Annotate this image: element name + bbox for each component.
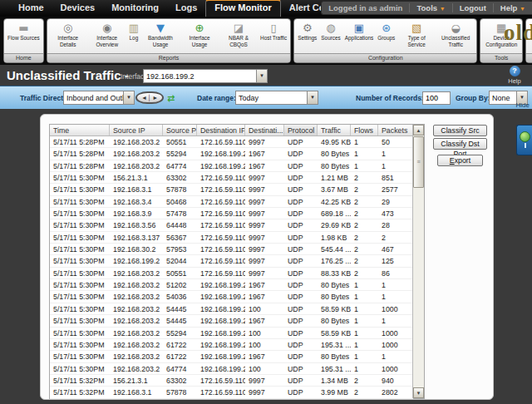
table-cell: 1967 xyxy=(245,315,284,326)
table-cell: 5/17/11 5:30PM xyxy=(50,255,110,266)
ribbon-group-label: Tools xyxy=(480,53,522,62)
scroll-up-icon[interactable]: ▲ xyxy=(413,125,424,135)
table-scrollbar[interactable]: ▲ ▼ xyxy=(412,125,424,398)
table-row[interactable]: 5/17/11 5:28PM192.168.203.250551172.16.5… xyxy=(50,136,413,148)
ribbon-button-applications[interactable]: Applications xyxy=(343,20,375,53)
table-row[interactable]: 5/17/11 5:30PM192.168.3.450468172.16.59.… xyxy=(50,196,413,208)
ribbon-group-label: Administration xyxy=(526,53,532,62)
help-icon[interactable]: ? xyxy=(510,66,520,76)
table-row[interactable]: 5/17/11 5:32PM156.21.3.163302172.16.59.1… xyxy=(50,375,413,387)
table-column-header[interactable]: Flows xyxy=(351,125,378,135)
table-cell: 125 xyxy=(378,255,413,266)
table-row[interactable]: 5/17/11 5:30PM192.168.3.5664448172.16.59… xyxy=(50,219,413,231)
menu-item-flow-monitor[interactable]: Flow Monitor xyxy=(205,0,280,17)
date-range-select[interactable]: Today ▼ xyxy=(235,91,318,105)
table-cell: UDP xyxy=(284,328,318,338)
logout-button[interactable]: Logout xyxy=(452,3,493,12)
classify-dst-port-button[interactable]: Classify Dst Port xyxy=(433,138,487,150)
scroll-down-icon[interactable]: ▼ xyxy=(413,387,424,398)
number-of-records-input[interactable] xyxy=(422,91,451,105)
table-cell: 5/17/11 5:30PM xyxy=(50,351,110,362)
table-row[interactable]: 5/17/11 5:30PM192.168.203.254445192.168.… xyxy=(50,303,413,315)
ribbon-toolbar: Flow Sources Home Interface Details Inte… xyxy=(0,17,532,65)
tools-menu[interactable]: Tools ▼ xyxy=(409,3,451,12)
table-cell: 1967 xyxy=(245,160,284,171)
help-menu[interactable]: Help ▼ xyxy=(493,3,532,12)
table-cell: 192.168.3.9 xyxy=(110,208,163,219)
ribbon-button-host-traffic[interactable]: Host Traffic xyxy=(259,20,288,53)
page-title-bar: Unclassified Traffic - Interface: 192.16… xyxy=(0,65,532,86)
table-column-header[interactable]: Time xyxy=(50,125,110,135)
ribbon-button-log[interactable]: Log xyxy=(127,20,140,53)
table-column-header[interactable]: Destinati... xyxy=(245,125,284,135)
table-cell: 61722 xyxy=(163,351,197,362)
table-cell: 172.16.59.110 xyxy=(197,196,245,207)
table-column-header[interactable]: Destination IP xyxy=(197,125,245,135)
table-row[interactable]: 5/17/11 5:30PM192.168.203.261722192.168.… xyxy=(50,351,413,362)
table-cell: 192.168.199.2 xyxy=(197,148,245,159)
scrollbar-thumb[interactable] xyxy=(413,136,424,188)
table-row[interactable]: 5/17/11 5:30PM192.168.203.261722192.168.… xyxy=(50,339,413,351)
table-row[interactable]: 5/17/11 5:30PM192.168.199.252044172.16.5… xyxy=(50,255,413,267)
table-cell: 1 xyxy=(351,160,378,171)
dock-globe-button[interactable] xyxy=(516,125,532,155)
table-cell: 54445 xyxy=(163,303,197,314)
table-column-header[interactable]: Traffic xyxy=(318,125,351,135)
table-cell: 5/17/11 5:28PM xyxy=(50,160,110,171)
table-cell: 192.168.199.2 xyxy=(197,351,245,362)
table-row[interactable]: 5/17/11 5:28PM192.168.203.255294192.168.… xyxy=(50,148,413,160)
groups-icon xyxy=(382,21,391,35)
export-button[interactable]: Export xyxy=(437,155,483,166)
menu-item-logs[interactable]: Logs xyxy=(167,0,205,17)
table-row[interactable]: 5/17/11 5:30PM192.168.203.251202192.168.… xyxy=(50,279,413,291)
table-cell: 64448 xyxy=(163,219,197,230)
ribbon-button-groups[interactable]: Groups xyxy=(376,20,397,53)
table-column-header[interactable]: Protocol xyxy=(284,125,318,135)
ribbon-button-settings[interactable]: Settings xyxy=(296,20,318,53)
table-cell: 5/17/11 5:30PM xyxy=(50,232,110,243)
table-cell: UDP xyxy=(284,244,318,254)
ribbon-button-bandwidth-usage[interactable]: Bandwidth Usage xyxy=(141,20,180,53)
menu-item-devices[interactable]: Devices xyxy=(52,0,104,17)
ribbon-button-interface-usage[interactable]: Interface Usage xyxy=(180,20,219,53)
table-row[interactable]: 5/17/11 5:30PM192.168.203.264774192.168.… xyxy=(50,363,413,375)
menu-item-home[interactable]: Home xyxy=(10,0,52,17)
hide-filters-link[interactable]: Hide xyxy=(516,101,530,109)
table-row[interactable]: 5/17/11 5:30PM192.168.3.957478172.16.59.… xyxy=(50,208,413,219)
table-cell: 57478 xyxy=(163,208,197,219)
ribbon-button-interface-overview[interactable]: Interface Overview xyxy=(88,20,126,53)
table-column-header[interactable]: Source IP xyxy=(110,125,163,135)
ribbon-button-unclassified-traffic[interactable]: Unclassified Traffic xyxy=(436,20,475,53)
table-row[interactable]: 5/17/11 5:28PM192.168.203.264774192.168.… xyxy=(50,160,413,172)
table-column-header[interactable]: Packets xyxy=(378,125,413,135)
traffic-direction-select[interactable]: Inbound and Outbound ▼ xyxy=(63,91,135,105)
ribbon-button-flow-sources[interactable]: Flow Sources xyxy=(6,20,42,53)
ribbon-button-interface-details[interactable]: Interface Details xyxy=(49,20,87,53)
interface-select[interactable]: 192.168.199.2 ▼ xyxy=(143,69,268,83)
table-row[interactable]: 5/17/11 5:30PM192.168.203.250551172.16.5… xyxy=(50,268,413,279)
table-cell: 5/17/11 5:30PM xyxy=(50,268,110,278)
menu-item-monitoring[interactable]: Monitoring xyxy=(103,0,167,17)
ribbon-button-sources[interactable]: Sources xyxy=(319,20,342,53)
flow-arrows-icon: ⇄ xyxy=(167,93,175,104)
table-cell: 64774 xyxy=(163,160,197,171)
table-row[interactable]: 5/17/11 5:30PM192.168.203.254445192.168.… xyxy=(50,315,413,327)
table-cell: 58.59 KB xyxy=(318,328,351,338)
table-cell: 5/17/11 5:30PM xyxy=(50,315,110,326)
table-cell: 467 xyxy=(378,244,413,254)
table-column-header[interactable]: Source Port xyxy=(163,125,197,135)
table-row[interactable]: 5/17/11 5:30PM192.168.3.13756367172.16.5… xyxy=(50,232,413,244)
table-row[interactable]: 5/17/11 5:30PM192.168.30.257953172.16.59… xyxy=(50,244,413,255)
chevron-down-icon: ▼ xyxy=(520,6,525,12)
user-session-box: Logged in as admin Tools ▼ Logout Help ▼ xyxy=(321,1,532,15)
table-row[interactable]: 5/17/11 5:30PM192.168.203.255294192.168.… xyxy=(50,328,413,339)
table-row[interactable]: 5/17/11 5:30PM192.168.203.254036192.168.… xyxy=(50,291,413,303)
table-row[interactable]: 5/17/11 5:32PM192.168.3.157878172.16.59.… xyxy=(50,387,413,398)
ribbon-button-nbar-cbqos[interactable]: NBAR & CBQoS xyxy=(219,20,258,53)
table-cell: 192.168.203.2 xyxy=(110,351,163,362)
ribbon-button-type-of-service[interactable]: Type of Service xyxy=(397,20,436,53)
table-cell: 5/17/11 5:30PM xyxy=(50,184,110,195)
table-row[interactable]: 5/17/11 5:30PM192.168.3.157878172.16.59.… xyxy=(50,184,413,195)
classify-src-port-button[interactable]: Classify Src Port xyxy=(433,125,487,136)
table-row[interactable]: 5/17/11 5:30PM156.21.3.163302172.16.59.1… xyxy=(50,172,413,184)
